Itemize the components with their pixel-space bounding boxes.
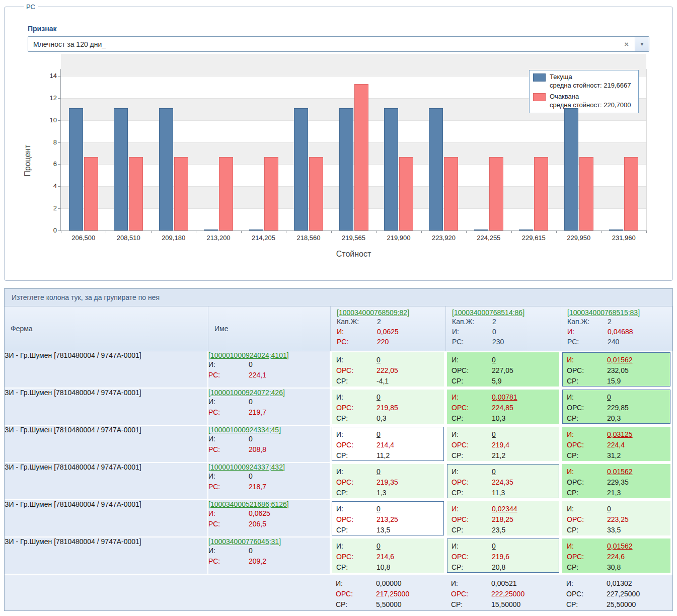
i-label: И: bbox=[336, 392, 368, 403]
i-label: И: bbox=[208, 434, 241, 444]
table-row: ЗИ - Гр.Шумен [7810480004 / 9747A-0001][… bbox=[5, 351, 672, 389]
ors-value: 219,4 bbox=[492, 440, 509, 450]
animal-link[interactable]: [100034000776045;31] bbox=[208, 537, 281, 546]
sr-label: СР: bbox=[452, 450, 484, 461]
mating-cell[interactable]: И:0,01562ОРС:232,05СР:15,9 bbox=[561, 351, 672, 389]
x-tick-label: 223,920 bbox=[421, 234, 466, 242]
sire-link[interactable]: [100034000768509;82] bbox=[337, 309, 409, 317]
mating-cell[interactable]: И:0ОРС:214,6СР:10,8 bbox=[331, 537, 446, 575]
i-label: И: bbox=[337, 327, 369, 337]
mating-cell[interactable]: И:0ОРС:219,35СР:1,3 bbox=[331, 463, 446, 500]
ors-value: 219,6 bbox=[492, 552, 509, 562]
animal-link[interactable]: [100001000924024;4101] bbox=[208, 351, 289, 359]
mating-cell[interactable]: И:0ОРС:227,05СР:5,9 bbox=[446, 351, 561, 389]
animal-link[interactable]: [100001000924072;426] bbox=[208, 389, 285, 397]
i-value: 0 bbox=[249, 397, 253, 407]
mating-cell[interactable]: И:0ОРС:219,85СР:0,3 bbox=[331, 389, 446, 426]
bar-current bbox=[339, 108, 353, 230]
i-label: И: bbox=[567, 504, 599, 514]
ors-value: 214,6 bbox=[377, 552, 394, 562]
i-value[interactable]: 0 bbox=[377, 392, 381, 403]
mating-cell[interactable]: И:0,01562ОРС:224,6СР:30,8 bbox=[561, 537, 672, 575]
bar-expected bbox=[624, 157, 638, 230]
mating-cell[interactable]: И:0ОРС:229,85СР:20,3 bbox=[561, 389, 672, 426]
column-header-farm[interactable]: Ферма bbox=[5, 306, 208, 351]
i-value[interactable]: 0 bbox=[492, 429, 496, 440]
name-cell: [100001000924024;4101]И:0РС:224,1 bbox=[208, 351, 331, 389]
i-value[interactable]: 0,02344 bbox=[492, 504, 517, 514]
mating-cell[interactable]: И:0,03125ОРС:224,4СР:31,2 bbox=[561, 426, 672, 463]
ors-value: 223,25 bbox=[607, 514, 629, 525]
i-value[interactable]: 0 bbox=[607, 504, 611, 514]
trait-field-label: Признак bbox=[28, 25, 672, 33]
i-value[interactable]: 0,03125 bbox=[607, 429, 633, 440]
sr-value: 21,3 bbox=[607, 488, 621, 498]
mating-cell[interactable]: И:0ОРС:222,05СР:-4,1 bbox=[331, 351, 446, 389]
rs-value: 220 bbox=[377, 337, 389, 347]
ors-value: 219,35 bbox=[377, 477, 398, 488]
chevron-down-icon[interactable]: ▼ bbox=[635, 37, 649, 51]
animal-link[interactable]: [100001000924334;45] bbox=[208, 426, 281, 434]
summary-name-cell bbox=[208, 575, 331, 610]
i-value: 0 bbox=[249, 359, 253, 370]
i-value[interactable]: 0 bbox=[492, 467, 496, 477]
i-value: 0 bbox=[249, 434, 253, 444]
rs-value: 240 bbox=[608, 337, 619, 347]
mating-cell[interactable]: И:0ОРС:214,4СР:11,2 bbox=[331, 426, 446, 463]
i-value[interactable]: 0 bbox=[377, 504, 381, 514]
ors-value: 222,05 bbox=[377, 365, 398, 376]
i-label: И: bbox=[208, 508, 241, 519]
sr-label: СР: bbox=[452, 562, 484, 573]
animal-link[interactable]: [100001000924337;432] bbox=[208, 463, 285, 471]
i-value: 0,0625 bbox=[249, 508, 270, 519]
i-value[interactable]: 0,01562 bbox=[607, 541, 633, 552]
i-value[interactable]: 0 bbox=[377, 429, 381, 440]
i-value[interactable]: 0,01562 bbox=[607, 355, 633, 365]
plot-band bbox=[61, 142, 646, 165]
mating-cell[interactable]: И:0,00781ОРС:224,85СР:10,3 bbox=[446, 389, 561, 426]
sr-value: 23,5 bbox=[492, 525, 505, 535]
i-label: И: bbox=[452, 327, 484, 337]
i-label: И: bbox=[336, 355, 368, 365]
mating-cell[interactable]: И:0ОРС:223,25СР:33,5 bbox=[561, 500, 672, 537]
rs-value: 218,7 bbox=[249, 482, 266, 492]
rs-label: РС: bbox=[208, 519, 241, 529]
column-header-sire[interactable]: [100034000768515;83]Кап.Ж:2И:0,04688РС:2… bbox=[561, 306, 672, 351]
ors-label: ОРС: bbox=[452, 514, 484, 525]
i-value[interactable]: 0 bbox=[377, 541, 381, 552]
sr-label: СР: bbox=[452, 525, 484, 535]
i-value[interactable]: 0 bbox=[607, 392, 611, 403]
i-value[interactable]: 0 bbox=[492, 355, 496, 365]
mating-cell[interactable]: И:0,02344ОРС:218,25СР:23,5 bbox=[446, 500, 561, 537]
i-label: И: bbox=[452, 467, 484, 477]
group-by-panel[interactable]: Изтеглете колона тук, за да групирате по… bbox=[5, 289, 672, 306]
x-tick-label: 209,180 bbox=[151, 234, 196, 242]
column-header-name[interactable]: Име bbox=[208, 306, 331, 351]
i-value[interactable]: 0,00781 bbox=[492, 392, 517, 403]
mating-cell[interactable]: И:0ОРС:224,35СР:11,3 bbox=[446, 463, 561, 500]
i-value[interactable]: 0 bbox=[377, 467, 381, 477]
i-value[interactable]: 0 bbox=[377, 355, 381, 365]
sr-value: 20,3 bbox=[607, 413, 621, 424]
x-tick-mark bbox=[376, 230, 377, 233]
i-value: 0 bbox=[249, 471, 253, 482]
ors-value: 219,85 bbox=[377, 403, 398, 413]
trait-combobox[interactable]: × ▼ bbox=[28, 36, 649, 52]
ors-label: ОРС: bbox=[336, 514, 368, 525]
clear-icon[interactable]: × bbox=[618, 40, 635, 48]
y-tick-label: 10 bbox=[41, 116, 57, 124]
i-value[interactable]: 0,01562 bbox=[607, 467, 633, 477]
kap-label: Кап.Ж: bbox=[337, 317, 369, 327]
mating-cell[interactable]: И:0ОРС:219,6СР:20,8 bbox=[446, 537, 561, 575]
mating-cell[interactable]: И:0ОРС:213,25СР:13,5 bbox=[331, 500, 446, 537]
sire-link[interactable]: [100034000768514;86] bbox=[452, 309, 524, 317]
trait-combobox-input[interactable] bbox=[28, 37, 618, 51]
column-header-sire[interactable]: [100034000768514;86]Кап.Ж:2И:0РС:230 bbox=[446, 306, 561, 351]
mating-cell[interactable]: И:0,01562ОРС:229,35СР:21,3 bbox=[561, 463, 672, 500]
sire-link[interactable]: [100034000768515;83] bbox=[567, 309, 640, 317]
i-value[interactable]: 0 bbox=[492, 541, 496, 552]
mating-cell[interactable]: И:0ОРС:219,4СР:21,2 bbox=[446, 426, 561, 463]
sr-label: СР: bbox=[567, 376, 599, 387]
animal-link[interactable]: [100034000521686;6126] bbox=[208, 500, 289, 508]
column-header-sire[interactable]: [100034000768509;82]Кап.Ж:2И:0,0625РС:22… bbox=[331, 306, 446, 351]
